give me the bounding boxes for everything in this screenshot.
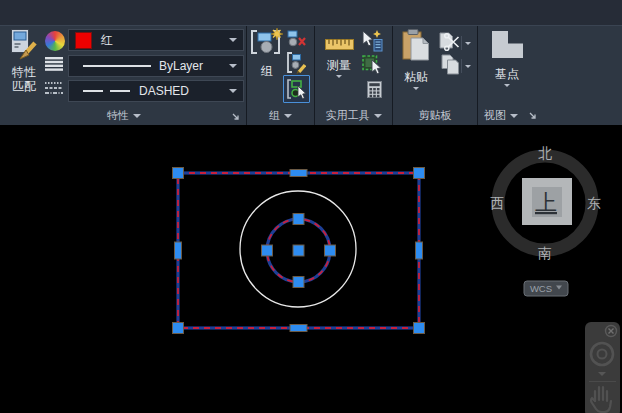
chevron-down-icon — [465, 42, 471, 45]
properties-dialog-launcher[interactable] — [231, 112, 240, 121]
grip-midpoint — [290, 325, 307, 332]
ungroup-button[interactable] — [287, 30, 306, 47]
base-point-button-label: 基点 — [495, 67, 519, 81]
grip-corner — [173, 323, 184, 334]
panel-title-utilities[interactable]: 实用工具 — [315, 108, 392, 123]
grip-quadrant — [325, 245, 336, 256]
grip-corner — [414, 323, 425, 334]
grip-midpoint — [290, 170, 307, 177]
select-similar-button[interactable] — [362, 54, 382, 75]
panel-title-view[interactable]: 视图 — [478, 108, 622, 123]
grip-midpoint — [175, 242, 182, 259]
panel-title-properties[interactable]: 特性 — [2, 108, 246, 123]
chevron-down-icon — [229, 38, 237, 42]
chevron-down-icon — [465, 65, 471, 68]
panel-title-group[interactable]: 组 — [247, 108, 314, 123]
lineweight-combo[interactable]: ByLayer — [68, 55, 244, 77]
quick-calculator-button[interactable] — [367, 81, 382, 98]
base-point-flyout-icon[interactable] — [504, 84, 510, 87]
panel-title-clipboard[interactable]: 剪贴板 — [393, 108, 477, 123]
navigation-bar[interactable] — [585, 322, 620, 413]
group-selection-toggle-button[interactable] — [283, 75, 310, 103]
measure-button[interactable]: 测量 — [318, 36, 360, 78]
color-wheel-icon — [45, 31, 65, 51]
lineweight-sample — [83, 65, 151, 67]
viewcube-face-label[interactable]: 上 — [535, 190, 557, 215]
chevron-down-icon — [229, 64, 237, 68]
ribbon: 特性 匹配 红 — [0, 25, 622, 125]
cut-button[interactable] — [439, 32, 460, 51]
lineweight-value: ByLayer — [159, 59, 203, 73]
copy-button[interactable] — [441, 54, 460, 75]
panel-flyout-icon — [133, 114, 141, 118]
object-color-value: 红 — [101, 32, 113, 49]
grip-quadrant — [262, 245, 273, 256]
color-swatch-red — [75, 32, 92, 49]
viewcube-east[interactable]: 东 — [587, 195, 601, 211]
linetype-combo[interactable]: DASHED — [68, 80, 244, 102]
linetype-sample-dash — [110, 90, 130, 92]
group-icon — [249, 28, 285, 60]
grip-corner — [173, 168, 184, 179]
match-properties-label-1: 特性 — [12, 65, 36, 79]
paste-flyout-icon[interactable] — [413, 87, 419, 90]
grip-corner — [414, 168, 425, 179]
quick-select-button[interactable] — [362, 30, 383, 52]
paste-button[interactable]: 粘贴 — [397, 29, 435, 90]
cut-flyout[interactable] — [461, 36, 471, 50]
linetype-icon — [45, 81, 63, 95]
copy-flyout[interactable] — [461, 59, 471, 73]
title-strip — [0, 0, 622, 25]
wcs-label: WCS — [530, 283, 552, 294]
object-color-combo[interactable]: 红 — [68, 29, 244, 51]
view-dialog-launcher[interactable] — [528, 111, 537, 120]
paste-icon — [402, 29, 430, 66]
drawing-canvas[interactable]: 上 北 南 西 东 WCS — [0, 125, 622, 413]
group-edit-button[interactable] — [287, 52, 306, 74]
panel-view: 基点 视图 — [478, 26, 622, 126]
panel-utilities: 测量 — [315, 26, 393, 126]
lineweight-icon — [45, 57, 63, 71]
base-point-icon — [491, 30, 524, 63]
grip-midpoint — [416, 242, 423, 259]
match-properties-button[interactable]: 特性 匹配 — [6, 28, 42, 93]
base-point-button[interactable]: 基点 — [486, 30, 528, 87]
match-properties-icon — [10, 28, 38, 65]
panel-clipboard: 粘贴 — [393, 26, 478, 126]
viewcube-north[interactable]: 北 — [538, 145, 552, 161]
wcs-dropdown[interactable]: WCS — [524, 281, 568, 296]
panel-flyout-icon — [510, 114, 518, 118]
grip-quadrant — [293, 214, 304, 225]
selection-grips[interactable] — [173, 168, 425, 334]
measure-flyout-icon[interactable] — [336, 75, 342, 78]
viewcube-south[interactable]: 南 — [538, 245, 552, 261]
panel-group: 组 — [247, 26, 315, 126]
paste-button-label: 粘贴 — [404, 70, 428, 84]
linetype-value: DASHED — [139, 84, 189, 98]
group-button-label: 组 — [261, 64, 273, 78]
linetype-sample-dash — [83, 90, 103, 92]
grip-center — [293, 245, 304, 256]
group-button[interactable]: 组 — [249, 28, 285, 78]
ruler-icon — [325, 36, 354, 54]
panel-flyout-icon — [284, 114, 292, 118]
grip-quadrant — [293, 277, 304, 288]
viewcube-west[interactable]: 西 — [490, 195, 504, 211]
chevron-down-icon — [229, 89, 237, 93]
match-properties-label-2: 匹配 — [12, 79, 36, 93]
measure-button-label: 测量 — [327, 58, 351, 72]
panel-properties: 特性 匹配 红 — [2, 26, 247, 126]
panel-flyout-icon — [374, 114, 382, 118]
autocad-window: 特性 匹配 红 — [0, 0, 622, 413]
viewcube[interactable]: 上 北 南 西 东 — [490, 145, 601, 261]
